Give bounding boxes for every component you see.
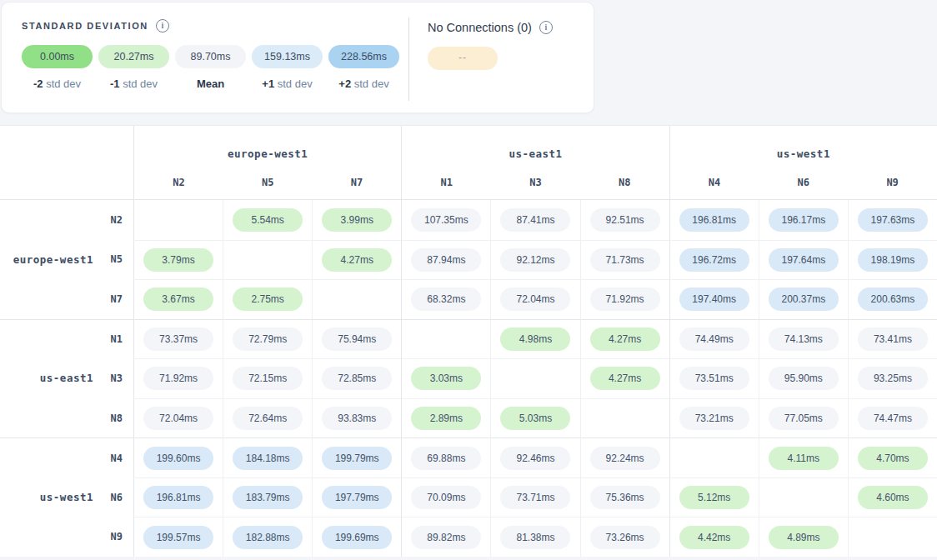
latency-cell[interactable]: 4.27ms bbox=[580, 358, 669, 398]
latency-cell[interactable]: 199.57ms bbox=[133, 517, 223, 557]
latency-cell[interactable]: 5.54ms bbox=[223, 200, 312, 240]
latency-cell[interactable]: 4.98ms bbox=[490, 319, 579, 359]
column-node-row: N4N6N9 bbox=[670, 171, 937, 194]
latency-cell[interactable]: 68.32ms bbox=[401, 279, 490, 319]
latency-cell[interactable]: 197.63ms bbox=[848, 200, 937, 240]
latency-cell[interactable]: 87.41ms bbox=[490, 200, 579, 240]
std-dev-stop: 228.56ms+2 std dev bbox=[328, 45, 399, 90]
latency-cell[interactable]: 196.17ms bbox=[759, 200, 848, 240]
latency-value-pill: 81.38ms bbox=[500, 526, 570, 549]
latency-cell[interactable]: 92.51ms bbox=[580, 200, 669, 240]
latency-cell[interactable]: 81.38ms bbox=[490, 517, 579, 557]
latency-cell[interactable]: 5.12ms bbox=[669, 478, 759, 518]
latency-cell[interactable]: 4.42ms bbox=[669, 517, 759, 557]
latency-cell[interactable]: 3.79ms bbox=[133, 240, 223, 280]
latency-cell[interactable]: 73.37ms bbox=[133, 319, 223, 359]
latency-cell[interactable]: 4.89ms bbox=[759, 517, 848, 557]
column-node-row: N2N5N7 bbox=[134, 171, 401, 194]
latency-cell[interactable]: 89.82ms bbox=[401, 517, 490, 557]
latency-cell[interactable]: 73.41ms bbox=[848, 319, 937, 359]
latency-cell[interactable]: 4.11ms bbox=[759, 438, 848, 478]
latency-cell[interactable]: 73.21ms bbox=[669, 398, 759, 438]
latency-cell[interactable]: 72.64ms bbox=[223, 398, 312, 438]
column-node-label: N1 bbox=[402, 177, 491, 188]
column-group-header: europe-west1N2N5N7 bbox=[133, 126, 401, 200]
latency-cell[interactable]: 93.83ms bbox=[312, 398, 401, 438]
latency-cell[interactable]: 70.09ms bbox=[401, 478, 490, 518]
latency-cell[interactable]: 107.35ms bbox=[401, 200, 490, 240]
latency-cell[interactable]: 73.51ms bbox=[669, 358, 759, 398]
std-dev-value-pill: 228.56ms bbox=[328, 45, 399, 68]
column-node-row: N1N3N8 bbox=[402, 171, 669, 194]
latency-value-pill: 5.12ms bbox=[679, 486, 749, 509]
latency-cell[interactable]: 3.99ms bbox=[312, 200, 401, 240]
latency-cell[interactable]: 196.72ms bbox=[669, 240, 759, 280]
latency-cell[interactable]: 75.94ms bbox=[312, 319, 401, 359]
latency-cell[interactable]: 183.79ms bbox=[223, 478, 312, 518]
latency-cell[interactable]: 3.67ms bbox=[133, 279, 223, 319]
latency-cell[interactable]: 199.69ms bbox=[312, 517, 401, 557]
latency-cell[interactable]: 74.49ms bbox=[669, 319, 759, 359]
std-dev-stop-label: -2 std dev bbox=[33, 78, 81, 90]
latency-cell[interactable]: 92.24ms bbox=[580, 438, 669, 478]
latency-cell[interactable]: 72.79ms bbox=[223, 319, 312, 359]
latency-value-pill: 74.13ms bbox=[769, 328, 839, 351]
latency-cell[interactable]: 2.75ms bbox=[223, 279, 312, 319]
no-connections-info-icon[interactable]: i bbox=[539, 21, 553, 34]
latency-cell[interactable]: 184.18ms bbox=[223, 438, 312, 478]
latency-cell[interactable]: 72.04ms bbox=[490, 279, 579, 319]
latency-cell[interactable]: 71.73ms bbox=[580, 240, 669, 280]
latency-value-pill: 4.27ms bbox=[590, 328, 660, 351]
latency-cell[interactable]: 71.92ms bbox=[580, 279, 669, 319]
latency-cell[interactable]: 87.94ms bbox=[401, 240, 490, 280]
latency-cell[interactable]: 198.19ms bbox=[848, 240, 937, 280]
latency-cell[interactable]: 72.04ms bbox=[133, 398, 223, 438]
latency-value-pill: 87.41ms bbox=[500, 208, 570, 232]
latency-cell[interactable]: 182.88ms bbox=[223, 517, 312, 557]
latency-cell[interactable]: 69.88ms bbox=[401, 438, 490, 478]
latency-cell[interactable]: 197.40ms bbox=[669, 279, 759, 319]
latency-cell[interactable]: 93.25ms bbox=[848, 358, 937, 398]
latency-cell[interactable]: 196.81ms bbox=[669, 200, 759, 240]
latency-cell[interactable]: 197.64ms bbox=[759, 240, 848, 280]
latency-value-pill: 69.88ms bbox=[411, 447, 481, 470]
latency-cell[interactable]: 95.90ms bbox=[759, 358, 848, 398]
latency-value-pill: 71.92ms bbox=[590, 288, 660, 311]
latency-cell-empty bbox=[223, 240, 312, 280]
latency-cell[interactable]: 73.71ms bbox=[490, 478, 579, 518]
latency-cell[interactable]: 200.63ms bbox=[848, 279, 937, 319]
latency-cell[interactable]: 199.60ms bbox=[133, 438, 223, 478]
latency-cell[interactable]: 73.26ms bbox=[580, 517, 669, 557]
row-node-label: N9 bbox=[93, 531, 133, 542]
latency-cell[interactable]: 200.37ms bbox=[759, 279, 848, 319]
latency-cell[interactable]: 5.03ms bbox=[490, 398, 579, 438]
latency-cell[interactable]: 199.79ms bbox=[312, 438, 401, 478]
latency-value-pill: 3.79ms bbox=[143, 248, 213, 272]
row-region-label: europe-west1 bbox=[0, 253, 93, 266]
latency-cell[interactable]: 92.12ms bbox=[490, 240, 579, 280]
latency-cell[interactable]: 196.81ms bbox=[133, 478, 223, 518]
latency-cell[interactable]: 74.47ms bbox=[848, 398, 937, 438]
column-node-label: N5 bbox=[223, 177, 313, 188]
latency-cell[interactable]: 72.85ms bbox=[312, 358, 401, 398]
latency-cell[interactable]: 4.70ms bbox=[848, 438, 937, 478]
latency-cell[interactable]: 72.15ms bbox=[223, 358, 312, 398]
column-group-label: europe-west1 bbox=[134, 148, 401, 160]
std-dev-info-icon[interactable]: i bbox=[156, 19, 169, 32]
latency-cell[interactable]: 2.89ms bbox=[401, 398, 490, 438]
latency-cell[interactable]: 4.27ms bbox=[580, 319, 669, 359]
latency-cell[interactable]: 77.05ms bbox=[759, 398, 848, 438]
latency-cell[interactable]: 92.46ms bbox=[490, 438, 579, 478]
column-group-label: us-east1 bbox=[402, 148, 669, 160]
latency-cell[interactable]: 74.13ms bbox=[759, 319, 848, 359]
latency-cell[interactable]: 71.92ms bbox=[133, 358, 223, 398]
latency-cell[interactable]: 4.27ms bbox=[312, 240, 401, 280]
latency-cell-empty bbox=[133, 200, 223, 240]
latency-cell[interactable]: 3.03ms bbox=[401, 358, 490, 398]
latency-cell[interactable]: 4.60ms bbox=[848, 478, 937, 518]
latency-cell[interactable]: 75.36ms bbox=[580, 478, 669, 518]
column-node-label: N8 bbox=[580, 177, 669, 188]
latency-cell[interactable]: 197.79ms bbox=[312, 478, 401, 518]
latency-value-pill: 184.18ms bbox=[233, 447, 303, 470]
latency-value-pill: 73.26ms bbox=[590, 526, 660, 549]
